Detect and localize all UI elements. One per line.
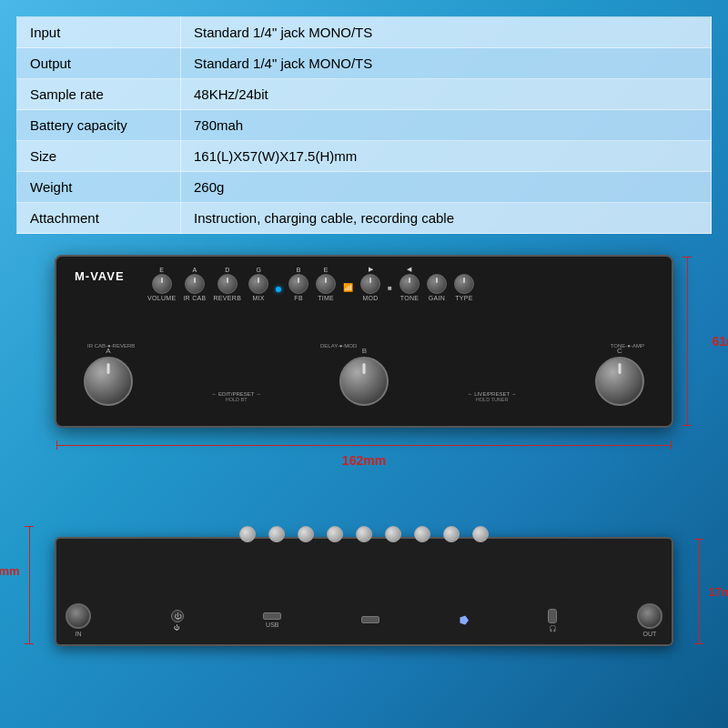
knob-label-volume: VOLUME <box>147 295 176 301</box>
knob-ircab <box>185 274 205 294</box>
spec-label-4: Size <box>17 141 181 172</box>
knob-letter-d: D <box>225 267 229 273</box>
knob-label-tone: TONE <box>400 295 420 301</box>
dim-right-text: 17mm <box>708 585 728 599</box>
spec-label-3: Battery capacity <box>17 110 181 141</box>
knob-group-fb: B FB <box>288 267 308 301</box>
knob-group-mod: ▶ MOD <box>360 266 380 301</box>
spec-value-0: Standard 1/4" jack MONO/TS <box>181 17 712 48</box>
port-headphone-group: 🎧 <box>548 609 557 632</box>
port-out-label: OUT <box>643 631 657 637</box>
knob-group-mix: G MIX <box>248 267 268 301</box>
knob-letter-play: ▶ <box>369 266 373 273</box>
side-knob-8 <box>443 526 460 542</box>
knob-fb <box>288 274 308 294</box>
port-usbc-group <box>361 616 379 625</box>
edit-preset-group: ← EDIT/PRESET → HOLD BT <box>211 391 261 406</box>
spec-value-5: 260g <box>181 172 712 203</box>
knob-group-volume: E VOLUME <box>147 267 176 301</box>
spec-value-2: 48KHz/24bit <box>181 79 712 110</box>
knob-time <box>316 274 336 294</box>
knob-tone <box>399 274 420 294</box>
knob-label-gain: GAIN <box>429 295 445 301</box>
big-knob-a-letter: A <box>106 347 110 355</box>
port-usb-label: USB <box>266 622 278 628</box>
big-knob-c-letter: C <box>617 347 622 355</box>
knob-volume <box>152 274 172 294</box>
knob-group-reverb: D REVERB <box>214 267 242 301</box>
knob-type <box>454 274 474 294</box>
big-knob-c-group: C <box>595 347 644 406</box>
power-icon-label: ⏻ <box>174 624 180 631</box>
side-knob-2 <box>268 526 285 542</box>
side-knob-5 <box>356 526 372 542</box>
device-side-body: IN ⏻ USB ⭓ 🎧 <box>55 537 673 646</box>
knob-group-tone: ◀ TONE <box>399 266 420 301</box>
knob-letter-g: G <box>256 267 260 273</box>
dim-height-text: 61mm <box>713 334 728 349</box>
live-preset-group: ← LIVE/PRESET → HOLD TUNER <box>468 391 517 406</box>
side-knob-9 <box>472 526 489 542</box>
dim-width-line <box>56 439 672 451</box>
led-blue <box>276 287 281 292</box>
knob-letter-e: E <box>159 267 164 273</box>
big-knob-a <box>84 357 133 406</box>
stop-icon: ■ <box>388 284 392 292</box>
side-knob-6 <box>385 526 401 542</box>
port-in-jack <box>66 603 91 629</box>
spec-label-0: Input <box>17 17 181 48</box>
dim-left-text: 23mm <box>0 563 20 577</box>
port-usbc-connector <box>361 616 379 623</box>
port-out-jack <box>637 603 662 629</box>
brand-label: M-VAVE <box>75 269 125 283</box>
big-knob-c <box>595 357 644 406</box>
knob-group-gain: GAIN <box>427 273 447 301</box>
dim-right-line <box>690 539 708 644</box>
port-row: IN ⏻ USB ⭓ 🎧 <box>66 603 662 637</box>
device-top-body: M-VAVE E VOLUME A IR CAB D REVERB G <box>55 255 673 428</box>
knob-label-mix: MIX <box>252 295 264 301</box>
spec-value-3: 780mah <box>181 110 712 141</box>
side-knob-7 <box>414 526 430 542</box>
side-knobs-top <box>129 526 599 542</box>
knob-reverb <box>217 274 238 294</box>
hold-tuner-label: HOLD TUNER <box>468 397 517 402</box>
knob-label-time: TIME <box>318 295 334 301</box>
specs-table: InputStandard 1/4" jack MONO/TSOutputSta… <box>16 16 712 234</box>
knob-label-ircab: IR CAB <box>183 295 206 301</box>
hold-bt-label: HOLD BT <box>211 397 261 402</box>
big-knob-b <box>339 357 389 406</box>
side-knob-3 <box>298 526 314 542</box>
spec-label-1: Output <box>17 48 181 79</box>
side-knob-1 <box>239 526 256 542</box>
dim-left-line <box>20 526 38 644</box>
knob-group-ircab: A IR CAB <box>183 267 206 301</box>
device-side-view: IN ⏻ USB ⭓ 🎧 <box>36 537 692 646</box>
knob-mix <box>248 274 268 294</box>
wifi-icon: 📶 <box>343 283 353 292</box>
knob-label-reverb: REVERB <box>214 295 242 301</box>
knob-label-fb: FB <box>294 295 303 301</box>
port-usb-connector <box>263 612 281 620</box>
knob-letter-e2: E <box>324 267 329 273</box>
big-knob-a-group: A <box>84 347 133 406</box>
port-headphone-connector <box>548 609 557 623</box>
knob-group-type: TYPE <box>454 273 474 301</box>
big-knob-b-group: B <box>339 347 389 406</box>
knob-letter-a: A <box>193 267 197 273</box>
port-bt-group: ⭓ <box>460 614 469 627</box>
knob-letter-back: ◀ <box>407 266 411 273</box>
knob-letter-b: B <box>297 267 301 273</box>
knob-mod <box>360 274 380 294</box>
port-power-group: ⏻ <box>171 610 184 631</box>
port-out-group: OUT <box>637 603 662 637</box>
spec-value-4: 161(L)X57(W)X17.5(H)mm <box>181 141 712 172</box>
spec-label-6: Attachment <box>17 203 181 234</box>
big-knob-b-letter: B <box>362 347 367 355</box>
port-usb-group: USB <box>263 612 281 628</box>
spec-label-5: Weight <box>17 172 181 203</box>
dim-height-line <box>676 257 699 426</box>
side-knob-4 <box>327 526 343 542</box>
power-button[interactable] <box>171 610 184 622</box>
spec-value-6: Instruction, charging cable, recording c… <box>181 203 712 234</box>
